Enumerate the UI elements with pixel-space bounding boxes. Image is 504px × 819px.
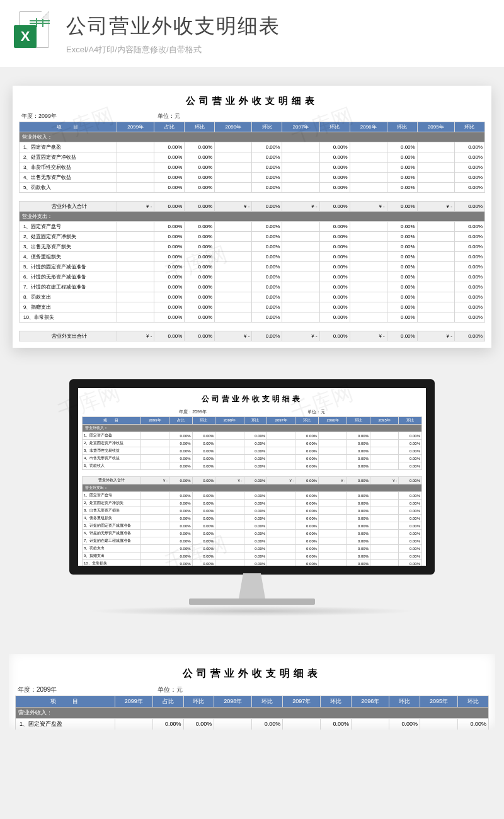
page-title: 公司营业外收支明细表	[66, 13, 504, 40]
table-row: 5、计提的固定资产减值准备0.00%0.00%0.00%0.00%0.00%0.…	[20, 262, 485, 272]
col-chg: 环比	[252, 122, 282, 132]
col-year: 2097年	[282, 122, 319, 132]
col-chg: 环比	[347, 417, 370, 425]
table-row: 4、出售无形资产收益0.00%0.00%0.00%0.00%0.00%0.00%	[83, 455, 422, 462]
spreadsheet-preview-card: 公司营业外收支明细表 年度：2099年单位：元 项目2099年占比环比2098年…	[13, 86, 491, 348]
section-income: 营业外收入：	[83, 425, 422, 432]
col-pct: 占比	[169, 417, 192, 425]
table-row: 1、固定资产盘亏0.00%0.00%0.00%0.00%0.00%0.00%	[83, 492, 422, 500]
table-row: 10、非常损失0.00%0.00%0.00%0.00%0.00%0.00%	[20, 312, 485, 323]
col-chg: 环比	[454, 122, 484, 132]
table-row: 5、计提的固定资产减值准备0.00%0.00%0.00%0.00%0.00%0.…	[83, 522, 422, 530]
sheet-title: 公司营业外收支明细表	[15, 665, 489, 682]
table-row: 9、捐赠支出0.00%0.00%0.00%0.00%0.00%0.00%	[20, 302, 485, 312]
detail-table: 项目2099年占比环比2098年环比2097年环比2096年环比2095年环比营…	[19, 122, 485, 341]
col-year: 2095年	[370, 417, 398, 425]
monitor-mockup: 公司营业外收支明细表 年度：2099年单位：元 项目2099年占比环比2098年…	[0, 379, 504, 616]
table-row: 8、罚款支出0.00%0.00%0.00%0.00%0.00%0.00%	[20, 292, 485, 302]
table-row: 1、固定资产盘盈0.00%0.00%0.00%0.00%0.00%0.00%	[20, 142, 485, 152]
table-row: 6、计提的无形资产减值准备0.00%0.00%0.00%0.00%0.00%0.…	[20, 272, 485, 282]
col-year: 2098年	[215, 417, 244, 425]
detail-table: 项目2099年占比环比2098年环比2097年环比2096年环比2095年环比 …	[15, 696, 489, 730]
col-year: 2098年	[215, 122, 252, 132]
excel-icon: X	[14, 11, 53, 50]
table-row: 3、非货币性交易收益0.00%0.00%0.00%0.00%0.00%0.00%	[83, 447, 422, 455]
col-chg: 环比	[295, 417, 319, 425]
page-subtitle: Excel/A4打印/内容随意修改/自带格式	[66, 44, 504, 55]
table-row: 7、计提的在建工程减值准备0.00%0.00%0.00%0.00%0.00%0.…	[20, 282, 485, 292]
col-item: 项目	[20, 122, 117, 132]
table-row: 5、罚款收入0.00%0.00%0.00%0.00%0.00%0.00%	[20, 183, 485, 193]
table-row: 3、非货币性交易收益0.00%0.00%0.00%0.00%0.00%0.00%	[20, 163, 485, 173]
col-chg: 环比	[399, 417, 422, 425]
col-chg: 环比	[244, 417, 267, 425]
sheet-meta: 年度：2099年单位：元	[19, 112, 485, 122]
sheet-meta: 年度：2099年单位：元	[82, 409, 422, 416]
table-row: 7、计提的在建工程减值准备0.00%0.00%0.00%0.00%0.00%0.…	[83, 537, 422, 545]
col-pct: 占比	[154, 122, 185, 132]
table-row: 2、处置固定资产净损失0.00%0.00%0.00%0.00%0.00%0.00…	[20, 232, 485, 242]
col-chg: 环比	[185, 122, 215, 132]
section-expense: 营业外支出：	[20, 212, 485, 222]
table-row: 3、出售无形资产损失0.00%0.00%0.00%0.00%0.00%0.00%	[83, 507, 422, 515]
col-chg: 环比	[319, 122, 350, 132]
table-row: 4、债务重组损失0.00%0.00%0.00%0.00%0.00%0.00%	[83, 515, 422, 522]
sheet-title: 公司营业外收支明细表	[19, 93, 485, 108]
page-header: X 公司营业外收支明细表 Excel/A4打印/内容随意修改/自带格式	[0, 0, 504, 67]
table-row: 2、处置固定资产净损失0.00%0.00%0.00%0.00%0.00%0.00…	[83, 500, 422, 507]
table-row: 4、出售无形资产收益0.00%0.00%0.00%0.00%0.00%0.00%	[20, 173, 485, 183]
detail-table: 项目2099年占比环比2098年环比2097年环比2096年环比2095年环比营…	[82, 416, 422, 575]
table-row: 2、处置固定资产净收益0.00%0.00%0.00%0.00%0.00%0.00…	[83, 440, 422, 447]
col-item: 项目	[83, 417, 141, 425]
sheet-meta: 年度：2099年单位：元	[15, 685, 489, 696]
col-year: 2096年	[319, 417, 347, 425]
table-row: 10、非常损失0.00%0.00%0.00%0.00%0.00%0.00%	[83, 560, 422, 568]
table-row: 9、捐赠支出0.00%0.00%0.00%0.00%0.00%0.00%	[83, 553, 422, 560]
table-row: 6、计提的无形资产减值准备0.00%0.00%0.00%0.00%0.00%0.…	[83, 530, 422, 537]
table-row: 1、固定资产盘盈0.00%0.00%0.00%0.00%0.00%0.00%	[83, 432, 422, 440]
table-row: 5、罚款收入0.00%0.00%0.00%0.00%0.00%0.00%	[83, 462, 422, 470]
col-year: 2099年	[117, 122, 154, 132]
col-year: 2096年	[350, 122, 387, 132]
col-year: 2097年	[267, 417, 295, 425]
col-chg: 环比	[387, 122, 417, 132]
row-income-total: 营业外收入合计¥ -0.00%0.00%¥ -0.00%¥ -0.00%¥ -0…	[83, 477, 422, 484]
table-row: 3、出售无形资产损失0.00%0.00%0.00%0.00%0.00%0.00%	[20, 242, 485, 252]
section-expense: 营业外支出：	[83, 484, 422, 492]
spreadsheet-bottom-strip: 公司营业外收支明细表 年度：2099年单位：元 项目2099年占比环比2098年…	[9, 654, 495, 730]
col-year: 2099年	[140, 417, 169, 425]
col-chg: 环比	[192, 417, 215, 425]
col-year: 2095年	[417, 122, 454, 132]
section-income: 营业外收入：	[20, 132, 485, 142]
table-row: 2、处置固定资产净收益0.00%0.00%0.00%0.00%0.00%0.00…	[20, 152, 485, 163]
table-row: 8、罚款支出0.00%0.00%0.00%0.00%0.00%0.00%	[83, 545, 422, 553]
row-income-total: 营业外收入合计¥ -0.00%0.00%¥ -0.00%¥ -0.00%¥ -0…	[20, 202, 485, 212]
table-row: 1、固定资产盘亏0.00%0.00%0.00%0.00%0.00%0.00%	[20, 222, 485, 232]
table-row: 4、债务重组损失0.00%0.00%0.00%0.00%0.00%0.00%	[20, 252, 485, 262]
sheet-title: 公司营业外收支明细表	[82, 393, 422, 405]
row-expense-total: 营业外支出合计¥ -0.00%0.00%¥ -0.00%¥ -0.00%¥ -0…	[20, 331, 485, 341]
